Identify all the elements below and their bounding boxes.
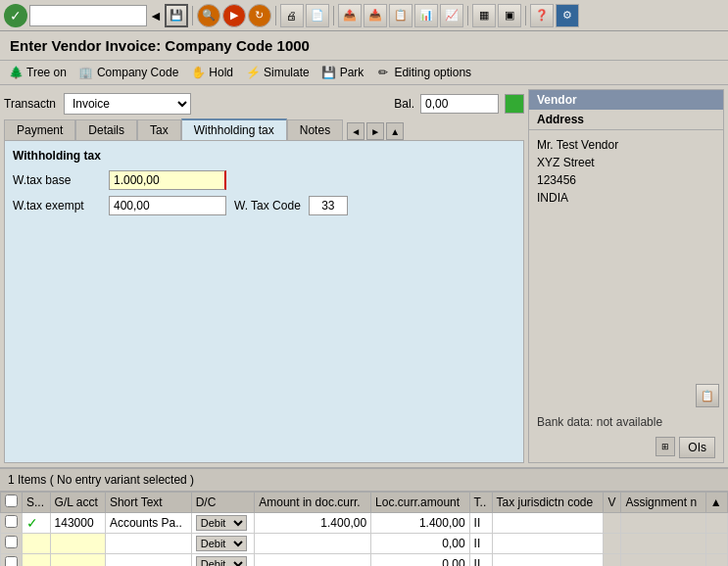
hold-icon: ✋ (190, 65, 206, 80)
tab-details[interactable]: Details (75, 119, 137, 140)
balance-input[interactable]: 0,00 (420, 94, 499, 114)
tab-nav-right[interactable]: ► (366, 122, 384, 140)
row-v (604, 554, 621, 567)
tree-icon: 🌲 (8, 65, 24, 80)
wtax-code-input[interactable] (309, 196, 348, 215)
layout1-button[interactable]: ▦ (472, 4, 496, 27)
tab-nav-up[interactable]: ▲ (386, 122, 404, 140)
export2-button[interactable]: 📥 (364, 4, 387, 27)
row-dc: DebitCredit (191, 513, 255, 534)
tab-withholding-tax[interactable]: Withholding tax (181, 118, 287, 140)
row-tax-jurisdictn (492, 554, 604, 567)
row-amount-doc: 1.400,00 (255, 513, 371, 534)
row-s (23, 554, 51, 567)
row-short-text: Accounts Pa.. (105, 513, 191, 534)
company-code-button[interactable]: 🏢 Company Code (78, 65, 178, 80)
separator2 (275, 6, 276, 25)
tab-tax[interactable]: Tax (137, 119, 181, 140)
ois-row: ⊞ OIs (529, 433, 723, 462)
col-short-text: Short Text (105, 493, 191, 513)
find-button[interactable]: 🔍 (197, 4, 220, 27)
vendor-panel: Vendor Address Mr. Test Vendor XYZ Stree… (528, 89, 724, 463)
grid-icon: ⊞ (655, 437, 675, 456)
row-v (604, 534, 621, 554)
vendor-header: Vendor (529, 90, 723, 110)
row-loc-curr: 0,00 (371, 554, 470, 567)
wtax-base-input[interactable] (109, 170, 226, 190)
export3-button[interactable]: 📋 (389, 4, 413, 27)
wtax-code-label: W. Tax Code (234, 199, 301, 212)
tab-payment[interactable]: Payment (4, 119, 75, 140)
address-header: Address (529, 110, 723, 130)
col-assignment: Assignment n (621, 493, 705, 513)
row-t: II (469, 534, 492, 554)
nav-back-icon[interactable]: ◄ (149, 8, 163, 24)
row-assignment (621, 534, 705, 554)
row-scroll (705, 534, 727, 554)
transactn-label: Transactn (4, 97, 56, 111)
row-v (604, 513, 621, 534)
vendor-info: Mr. Test Vendor XYZ Street 123456 INDIA (529, 130, 723, 380)
row-dc: DebitCredit (191, 554, 255, 567)
vendor-street: XYZ Street (537, 154, 715, 171)
col-v: V (604, 493, 621, 513)
col-gl-acct: G/L acct (50, 493, 105, 513)
page-title: Enter Vendor Invoice: Company Code 1000 (10, 37, 718, 54)
bank-data: Bank data: not available (529, 411, 723, 433)
row-check-1[interactable] (5, 536, 18, 548)
row-check-2[interactable] (5, 556, 18, 566)
tab-notes[interactable]: Notes (287, 119, 343, 140)
hold-button[interactable]: ✋ Hold (190, 65, 233, 80)
row-gl-acct: 143000 (50, 513, 105, 534)
col-scroll: ▲ (705, 493, 727, 513)
simulate-button[interactable]: ⚡ Simulate (245, 65, 310, 80)
bottom-section: 1 Items ( No entry variant selected ) S.… (0, 467, 728, 566)
dc-select-1[interactable]: DebitCredit (196, 536, 247, 551)
settings-button[interactable]: ⚙ (556, 4, 579, 27)
row-check-0[interactable] (5, 515, 18, 528)
separator3 (333, 6, 334, 25)
export5-button[interactable]: 📈 (440, 4, 463, 27)
vendor-detail-icon[interactable]: 📋 (696, 384, 719, 407)
col-s: S... (23, 493, 51, 513)
export1-button[interactable]: 📤 (338, 4, 362, 27)
print2-button[interactable]: 📄 (306, 4, 329, 27)
command-input[interactable] (29, 5, 147, 26)
row-s: ✓ (23, 513, 51, 534)
ois-button[interactable]: OIs (679, 437, 715, 458)
ois-label: OIs (688, 441, 706, 454)
vendor-country: INDIA (537, 189, 715, 207)
dc-select-0[interactable]: DebitCredit (196, 515, 247, 531)
editing-options-button[interactable]: ✏ Editing options (375, 65, 471, 80)
row-gl-acct (50, 554, 105, 567)
dc-select-2[interactable]: DebitCredit (196, 556, 247, 566)
vendor-icon-row: 📋 (529, 380, 723, 411)
row-short-text (105, 534, 191, 554)
tree-on-button[interactable]: 🌲 Tree on (8, 65, 67, 80)
print-button[interactable]: 🖨 (280, 4, 304, 27)
row-amount-doc (255, 534, 371, 554)
select-all-checkbox[interactable] (5, 495, 18, 507)
separator5 (525, 6, 526, 25)
park-button[interactable]: 💾 Park (321, 65, 364, 80)
transactn-select[interactable]: Invoice (64, 93, 191, 115)
check-icon[interactable]: ✓ (4, 4, 27, 27)
company-code-icon: 🏢 (78, 65, 94, 80)
export4-button[interactable]: 📊 (414, 4, 438, 27)
save-button[interactable]: 💾 (165, 4, 188, 27)
row-loc-curr: 0,00 (371, 534, 470, 554)
find-next-button[interactable]: ▶ (222, 4, 246, 27)
refresh-button[interactable]: ↻ (248, 4, 271, 27)
wtax-exempt-input[interactable] (109, 196, 226, 215)
tab-nav-left[interactable]: ◄ (347, 122, 364, 140)
row-dc: DebitCredit (191, 534, 255, 554)
row-s (23, 534, 51, 554)
row-checkbox (1, 513, 23, 534)
layout2-button[interactable]: ▣ (498, 4, 521, 27)
help-button[interactable]: ❓ (530, 4, 554, 27)
row-assignment (621, 554, 705, 567)
row-assignment (621, 513, 705, 534)
vendor-city: 123456 (537, 171, 715, 189)
table-row: DebitCredit0,00II (1, 534, 728, 554)
wtax-exempt-row: W.tax exempt W. Tax Code (13, 196, 515, 215)
